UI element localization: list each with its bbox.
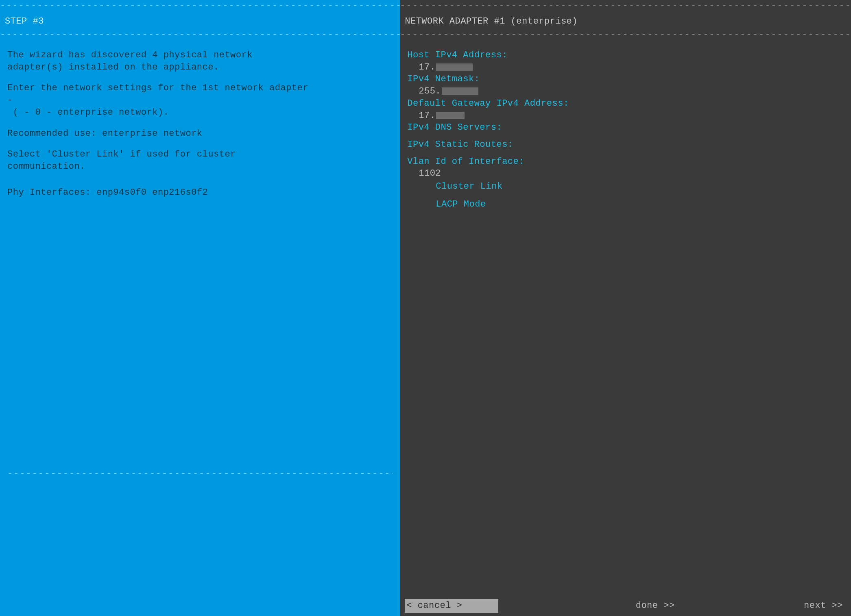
gateway-ipv4-value-row[interactable]: 17. bbox=[407, 110, 844, 122]
step-title: STEP #3 bbox=[0, 12, 400, 29]
right-pane: ----------------------------------------… bbox=[400, 0, 851, 616]
ipv4-netmask-value: 255. bbox=[407, 85, 441, 98]
redacted-block bbox=[436, 112, 465, 119]
wizard-intro-text: The wizard has discovered 4 physical net… bbox=[7, 49, 393, 73]
gateway-ipv4-value: 17. bbox=[407, 110, 435, 122]
cluster-link-option[interactable]: Cluster Link bbox=[407, 181, 844, 193]
wizard-screen: ----------------------------------------… bbox=[0, 0, 851, 616]
cluster-link-hint-text: Select 'Cluster Link' if used for cluste… bbox=[7, 148, 393, 172]
lacp-mode-option[interactable]: LACP Mode bbox=[407, 198, 844, 211]
ipv4-netmask-label: IPv4 Netmask: bbox=[407, 73, 844, 85]
vlan-id-value-row[interactable]: 1102 bbox=[407, 168, 844, 180]
cancel-button[interactable]: < cancel > bbox=[405, 599, 498, 613]
left-pane: ----------------------------------------… bbox=[0, 0, 400, 616]
redacted-block bbox=[436, 63, 473, 71]
right-header-border: ----------------------------------------… bbox=[400, 29, 851, 41]
redacted-block bbox=[442, 87, 478, 95]
done-button[interactable]: done >> bbox=[636, 600, 675, 612]
host-ipv4-value-row[interactable]: 17. bbox=[407, 61, 844, 74]
right-body: Host IPv4 Address: 17. IPv4 Netmask: 255… bbox=[400, 41, 851, 218]
wizard-instruction-text: Enter the network settings for the 1st n… bbox=[7, 82, 393, 118]
footer-nav: < cancel > done >> next >> bbox=[400, 599, 851, 613]
left-body: The wizard has discovered 4 physical net… bbox=[0, 41, 400, 215]
host-ipv4-label: Host IPv4 Address: bbox=[407, 49, 844, 61]
gateway-ipv4-label: Default Gateway IPv4 Address: bbox=[407, 98, 844, 110]
ipv4-static-routes-label: IPv4 Static Routes: bbox=[407, 139, 844, 151]
right-top-border: ----------------------------------------… bbox=[400, 0, 851, 12]
vlan-id-value: 1102 bbox=[407, 168, 441, 180]
left-top-border: ----------------------------------------… bbox=[0, 0, 400, 12]
next-button[interactable]: next >> bbox=[804, 600, 843, 612]
ipv4-dns-label: IPv4 DNS Servers: bbox=[407, 122, 844, 134]
vlan-id-label: Vlan Id of Interface: bbox=[407, 156, 844, 168]
recommended-use-text: Recommended use: enterprise network bbox=[7, 128, 393, 140]
left-bottom-border: ----------------------------------------… bbox=[7, 468, 393, 480]
phy-interfaces-text: Phy Interfaces: enp94s0f0 enp216s0f2 bbox=[7, 187, 393, 199]
adapter-title: NETWORK ADAPTER #1 (enterprise) bbox=[400, 12, 851, 29]
host-ipv4-value: 17. bbox=[407, 61, 435, 74]
left-header-border: ----------------------------------------… bbox=[0, 29, 400, 41]
ipv4-netmask-value-row[interactable]: 255. bbox=[407, 85, 844, 98]
